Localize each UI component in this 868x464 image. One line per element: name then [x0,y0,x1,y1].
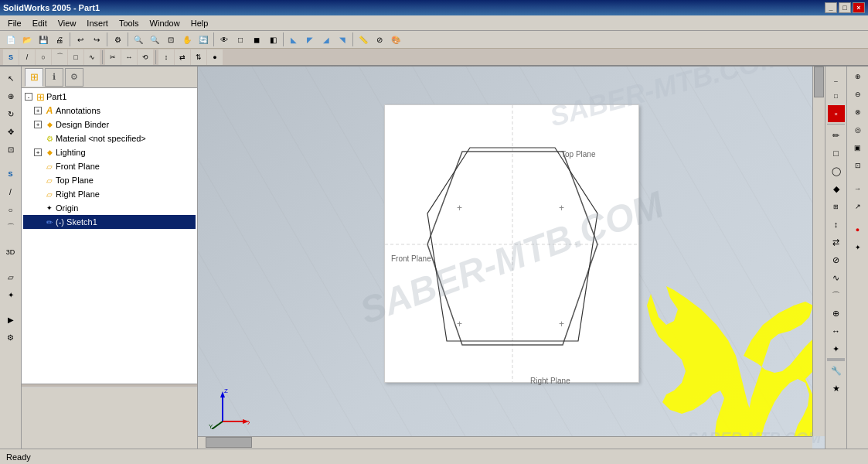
offset-button[interactable]: ⟲ [138,49,153,65]
viewport-maximize-btn[interactable]: □ [828,87,845,104]
rect-button[interactable]: □ [68,49,83,65]
expand-annotations[interactable]: + [34,107,42,114]
menu-edit[interactable]: Edit [28,18,52,29]
display3-button[interactable]: ◧ [265,32,281,47]
tree-item-part1[interactable]: - ⊞ Part1 [23,90,196,104]
tree-item-right-plane[interactable]: ▱ Right Plane [23,187,196,201]
far-right-1[interactable]: ⊕ [849,68,866,85]
right-tool-3[interactable]: ◯ [828,162,845,179]
zoom-out-button[interactable]: 🔍 [147,32,162,47]
right-tool-6[interactable]: ↕ [828,216,845,233]
zoom-fit2-button[interactable]: ⊡ [2,141,19,158]
menu-insert[interactable]: Insert [82,18,113,29]
save-button[interactable]: 💾 [36,32,51,47]
right-tool-7[interactable]: ⇄ [828,234,845,251]
tree-item-annotations[interactable]: + A Annotations [23,104,196,118]
feature-manager-tab[interactable]: ⊞ [25,68,43,87]
tree-item-lighting[interactable]: + ◆ Lighting [23,145,196,159]
right-tool-14[interactable]: 🔧 [828,362,845,379]
viewport-minimize-btn[interactable]: _ [828,70,845,87]
circle-tool-button[interactable]: ○ [2,201,19,218]
sketch-tool-button[interactable]: S [2,165,19,183]
extend-button[interactable]: ↔ [121,49,137,65]
trim-button[interactable]: ✂ [105,49,121,65]
print-button[interactable]: 🖨 [52,32,67,47]
line-button[interactable]: / [19,49,35,65]
tree-item-origin[interactable]: ✦ Origin [23,201,196,215]
display1-button[interactable]: □ [233,32,248,47]
menu-window[interactable]: Window [145,18,185,29]
right-tool-8[interactable]: ⊘ [828,251,845,268]
far-right-10[interactable]: ✦ [849,239,866,256]
section-button[interactable]: ⊘ [372,32,387,47]
rebuild-button[interactable]: ⚙ [110,32,125,47]
maximize-button[interactable]: □ [839,2,851,13]
viewport-scrollbar-v[interactable] [812,67,825,436]
right-tool-4[interactable]: ◆ [828,180,845,197]
scroll-thumb-h[interactable] [206,437,252,448]
reference-button[interactable]: ✦ [2,286,19,303]
select-button[interactable]: ↖ [2,70,19,87]
zoom-area-button[interactable]: ⊕ [2,87,19,104]
right-tool-13[interactable]: ✦ [828,340,845,357]
arc-tool-button[interactable]: ⌒ [2,219,19,236]
macro-button[interactable]: ▶ [2,311,19,328]
tree-item-design-binder[interactable]: + ◆ Design Binder [23,118,196,131]
viewport-close-btn[interactable]: × [828,105,845,122]
tree-item-top-plane[interactable]: ▱ Top Plane [23,173,196,187]
right-tool-1[interactable]: ✏ [828,127,845,144]
view3d-3[interactable]: ◢ [318,32,334,47]
right-tool-11[interactable]: ⊕ [828,305,845,322]
scroll-thumb-v[interactable] [814,67,824,97]
rotate-button[interactable]: 🔄 [196,32,211,47]
new-button[interactable]: 📄 [3,32,19,47]
menu-tools[interactable]: Tools [114,18,144,29]
line-tool-button[interactable]: / [2,183,19,200]
vert-rel-button[interactable]: ⇅ [191,49,206,65]
tree-item-sketch1[interactable]: ✏ (-) Sketch1 [23,215,196,229]
view-orient-button[interactable]: 👁 [216,32,232,47]
menu-help[interactable]: Help [186,18,213,29]
zoom-in-button[interactable]: 🔍 [131,32,146,47]
appearance-button[interactable]: 🎨 [388,32,403,47]
horiz-rel-button[interactable]: ⇄ [175,49,190,65]
menu-file[interactable]: File [3,18,26,29]
open-button[interactable]: 📂 [19,32,35,47]
expand-design-binder[interactable]: + [34,121,42,128]
view-planes-button[interactable]: ▱ [2,268,19,285]
far-right-5[interactable]: ▣ [849,139,866,156]
rotate-view-button[interactable]: ↻ [2,105,19,122]
tree-item-front-plane[interactable]: ▱ Front Plane [23,159,196,173]
config-manager-tab[interactable]: ⚙ [65,68,83,87]
coincident-button[interactable]: ● [207,49,223,65]
menu-view[interactable]: View [53,18,81,29]
close-button[interactable]: × [853,2,865,13]
right-tool-10[interactable]: ⌒ [828,287,845,304]
zoom-fit-button[interactable]: ⊡ [163,32,179,47]
options-button[interactable]: ⚙ [2,329,19,346]
far-right-9[interactable]: ● [849,221,866,238]
minimize-button[interactable]: _ [825,2,837,13]
circle-button[interactable]: ○ [36,49,51,65]
far-right-4[interactable]: ◎ [849,121,866,138]
pan-view-button[interactable]: ✥ [2,123,19,140]
display2-button[interactable]: ◼ [249,32,264,47]
far-right-2[interactable]: ⊖ [849,86,866,103]
right-tool-5[interactable]: ⊞ [828,198,845,215]
3d-sketch-button[interactable]: 3D [2,244,19,261]
far-right-8[interactable]: ↗ [849,198,866,215]
right-tool-12[interactable]: ↔ [828,322,845,339]
measure-button[interactable]: 📏 [356,32,371,47]
property-manager-tab[interactable]: ℹ [45,68,63,87]
far-right-3[interactable]: ⊗ [849,104,866,121]
view3d-4[interactable]: ◥ [335,32,350,47]
expand-lighting[interactable]: + [34,148,42,156]
undo-button[interactable]: ↩ [73,32,88,47]
viewport-scrollbar-h[interactable] [198,436,812,449]
sketch-button[interactable]: S [3,49,19,65]
viewport[interactable]: SABER-MTB.COM SABER-MTB.COM [198,67,825,449]
view3d-1[interactable]: ◣ [286,32,301,47]
far-right-7[interactable]: → [849,180,866,197]
expand-part1[interactable]: - [25,93,32,101]
tree-item-material[interactable]: ⚙ Material <not specified> [23,131,196,145]
